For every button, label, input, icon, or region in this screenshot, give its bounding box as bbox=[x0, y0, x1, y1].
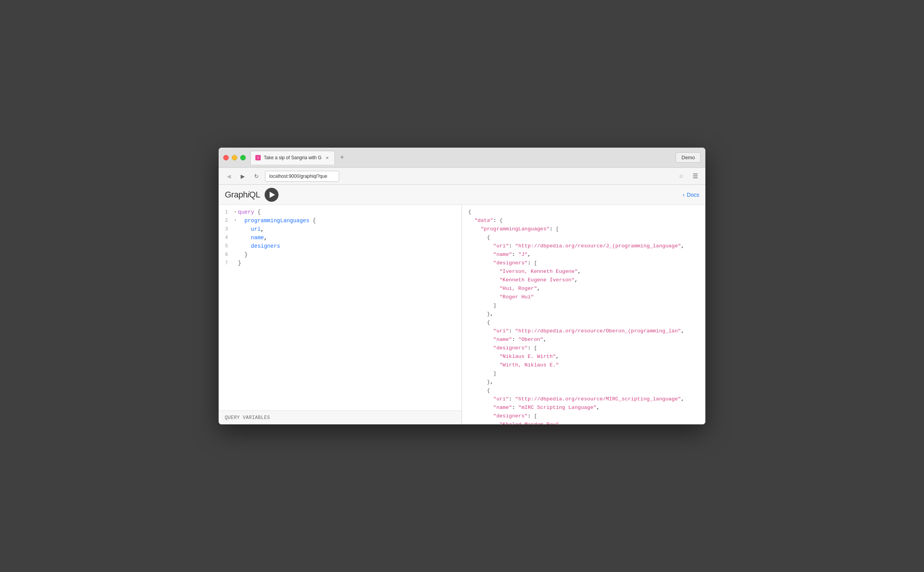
line-number-2: 2 bbox=[219, 216, 233, 225]
active-tab[interactable]: i Take a sip of Sangria with G ✕ bbox=[250, 151, 335, 165]
traffic-lights bbox=[223, 155, 246, 160]
graphiql-title: GraphiQL bbox=[225, 190, 260, 200]
reload-button[interactable]: ↻ bbox=[251, 171, 262, 182]
fold-2[interactable]: ▾ bbox=[233, 216, 238, 225]
result-content: { "data": { "programmingLanguages": [ { … bbox=[468, 208, 705, 424]
query-variables-label: QUERY VARIABLES bbox=[225, 415, 270, 420]
code-content-3: uri, bbox=[238, 225, 462, 233]
tab-bar: i Take a sip of Sangria with G ✕ + bbox=[250, 151, 676, 165]
execute-query-button[interactable] bbox=[265, 188, 279, 202]
forward-button[interactable]: ▶ bbox=[237, 171, 248, 182]
docs-button[interactable]: ‹ Docs bbox=[683, 192, 699, 198]
url-bar-wrapper: ☆ bbox=[265, 171, 687, 182]
line-number-5: 5 bbox=[219, 242, 233, 250]
query-editor[interactable]: 1 ▾ query { 2 ▾ programmingLanguages { 3 bbox=[219, 205, 462, 410]
maximize-button[interactable] bbox=[240, 155, 246, 160]
play-icon bbox=[270, 192, 275, 198]
back-button[interactable]: ◀ bbox=[223, 171, 234, 182]
line-number-6: 6 bbox=[219, 250, 233, 259]
graphiql-header: GraphiQL ‹ Docs bbox=[219, 185, 705, 205]
bookmark-icon[interactable]: ☆ bbox=[679, 173, 684, 179]
tab-close-icon[interactable]: ✕ bbox=[324, 155, 330, 160]
code-line-2: 2 ▾ programmingLanguages { bbox=[219, 216, 462, 225]
code-content-2: programmingLanguages { bbox=[238, 216, 462, 225]
query-variables-section[interactable]: QUERY VARIABLES bbox=[219, 410, 462, 424]
title-bar: i Take a sip of Sangria with G ✕ + Demo bbox=[219, 148, 705, 168]
url-input[interactable] bbox=[265, 171, 339, 182]
code-content-6: } bbox=[238, 250, 462, 259]
line-number-4: 4 bbox=[219, 233, 233, 242]
result-panel[interactable]: { "data": { "programmingLanguages": [ { … bbox=[462, 205, 705, 424]
code-content-5: designers bbox=[238, 242, 462, 250]
query-panel: 1 ▾ query { 2 ▾ programmingLanguages { 3 bbox=[219, 205, 462, 424]
editor-area: 1 ▾ query { 2 ▾ programmingLanguages { 3 bbox=[219, 205, 705, 424]
code-line-6: 6 } bbox=[219, 250, 462, 259]
demo-button[interactable]: Demo bbox=[676, 152, 701, 163]
code-line-3: 3 uri, bbox=[219, 225, 462, 233]
line-number-3: 3 bbox=[219, 225, 233, 233]
line-number-7: 7 bbox=[219, 259, 233, 267]
docs-chevron-icon: ‹ bbox=[683, 192, 685, 198]
code-content-1: query { bbox=[238, 208, 462, 216]
docs-label: Docs bbox=[687, 192, 699, 198]
fold-1[interactable]: ▾ bbox=[233, 208, 238, 216]
graphiql-app: GraphiQL ‹ Docs 1 ▾ query { bbox=[219, 185, 705, 424]
line-number-1: 1 bbox=[219, 208, 233, 216]
code-line-7: 7 } bbox=[219, 259, 462, 267]
code-content-7: } bbox=[238, 259, 462, 267]
tab-favicon: i bbox=[255, 155, 261, 160]
code-line-5: 5 designers bbox=[219, 242, 462, 250]
new-tab-button[interactable]: + bbox=[336, 152, 347, 163]
menu-icon[interactable]: ☰ bbox=[690, 171, 701, 182]
tab-title: Take a sip of Sangria with G bbox=[264, 155, 321, 160]
code-line-1: 1 ▾ query { bbox=[219, 208, 462, 216]
close-button[interactable] bbox=[223, 155, 229, 160]
code-content-4: name, bbox=[238, 233, 462, 242]
minimize-button[interactable] bbox=[232, 155, 237, 160]
browser-window: i Take a sip of Sangria with G ✕ + Demo … bbox=[219, 148, 705, 424]
nav-bar: ◀ ▶ ↻ ☆ ☰ bbox=[219, 168, 705, 185]
code-line-4: 4 name, bbox=[219, 233, 462, 242]
